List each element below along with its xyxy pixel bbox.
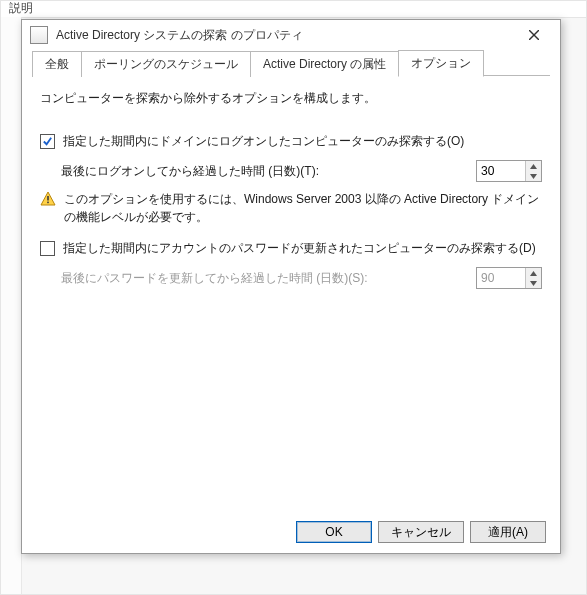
warning-text: このオプションを使用するには、Windows Server 2003 以降の A… — [64, 190, 542, 226]
checkmark-icon — [42, 136, 53, 147]
svg-marker-3 — [530, 174, 537, 179]
logon-days-spinner[interactable] — [476, 160, 542, 182]
dialog-client-area: コンピューターを探索から除外するオプションを構成します。 指定した期間内にドメイ… — [22, 76, 560, 511]
svg-rect-5 — [47, 196, 49, 201]
intro-text: コンピューターを探索から除外するオプションを構成します。 — [40, 90, 542, 107]
svg-marker-8 — [530, 281, 537, 286]
apply-button[interactable]: 適用(A) — [470, 521, 546, 543]
svg-rect-6 — [47, 202, 49, 204]
tab-general[interactable]: 全般 — [32, 51, 82, 77]
password-days-spinner — [476, 267, 542, 289]
logon-days-row: 最後にログオンしてから経過した時間 (日数)(T): — [61, 160, 542, 182]
background-panel-header-text: 説明 — [9, 1, 33, 15]
tab-bar: 全般 ポーリングのスケジュール Active Directory の属性 オプシ… — [22, 50, 560, 76]
titlebar[interactable]: Active Directory システムの探索 のプロパティ — [22, 20, 560, 50]
tab-polling-schedule[interactable]: ポーリングのスケジュール — [81, 51, 251, 77]
chevron-down-icon — [530, 174, 537, 179]
chevron-down-icon — [530, 281, 537, 286]
close-button[interactable] — [516, 24, 552, 46]
cancel-button[interactable]: キャンセル — [378, 521, 464, 543]
logon-days-label: 最後にログオンしてから経過した時間 (日数)(T): — [61, 163, 319, 180]
password-days-input — [477, 268, 525, 288]
password-days-label: 最後にパスワードを更新してから経過した時間 (日数)(S): — [61, 270, 368, 287]
dialog-button-bar: OK キャンセル 適用(A) — [22, 511, 560, 553]
background-panel-header: 説明 — [1, 1, 586, 18]
checkbox-password[interactable] — [40, 241, 55, 256]
option-password-row: 指定した期間内にアカウントのパスワードが更新されたコンピューターのみ探索する(D… — [40, 240, 542, 257]
warning-icon — [40, 191, 56, 207]
checkbox-logon[interactable] — [40, 134, 55, 149]
logon-days-step-down[interactable] — [526, 171, 541, 181]
checkbox-password-label: 指定した期間内にアカウントのパスワードが更新されたコンピューターのみ探索する(D… — [63, 240, 536, 257]
checkbox-logon-label: 指定した期間内にドメインにログオンしたコンピューターのみ探索する(O) — [63, 133, 464, 150]
close-icon — [529, 30, 539, 40]
password-days-row: 最後にパスワードを更新してから経過した時間 (日数)(S): — [61, 267, 542, 289]
background-left-strip — [1, 17, 22, 594]
tab-options[interactable]: オプション — [398, 50, 484, 77]
warning-row: このオプションを使用するには、Windows Server 2003 以降の A… — [40, 190, 542, 226]
logon-days-input[interactable] — [477, 161, 525, 181]
svg-marker-2 — [530, 164, 537, 169]
svg-marker-7 — [530, 271, 537, 276]
chevron-up-icon — [530, 271, 537, 276]
tab-ad-attributes[interactable]: Active Directory の属性 — [250, 51, 399, 77]
ok-button[interactable]: OK — [296, 521, 372, 543]
window-title: Active Directory システムの探索 のプロパティ — [56, 27, 516, 44]
dialog-window: Active Directory システムの探索 のプロパティ 全般 ポーリング… — [21, 19, 561, 554]
password-days-step-up — [526, 268, 541, 278]
logon-days-step-up[interactable] — [526, 161, 541, 171]
system-menu-icon[interactable] — [30, 26, 48, 44]
password-days-step-down — [526, 278, 541, 288]
option-logon-row: 指定した期間内にドメインにログオンしたコンピューターのみ探索する(O) — [40, 133, 542, 150]
chevron-up-icon — [530, 164, 537, 169]
